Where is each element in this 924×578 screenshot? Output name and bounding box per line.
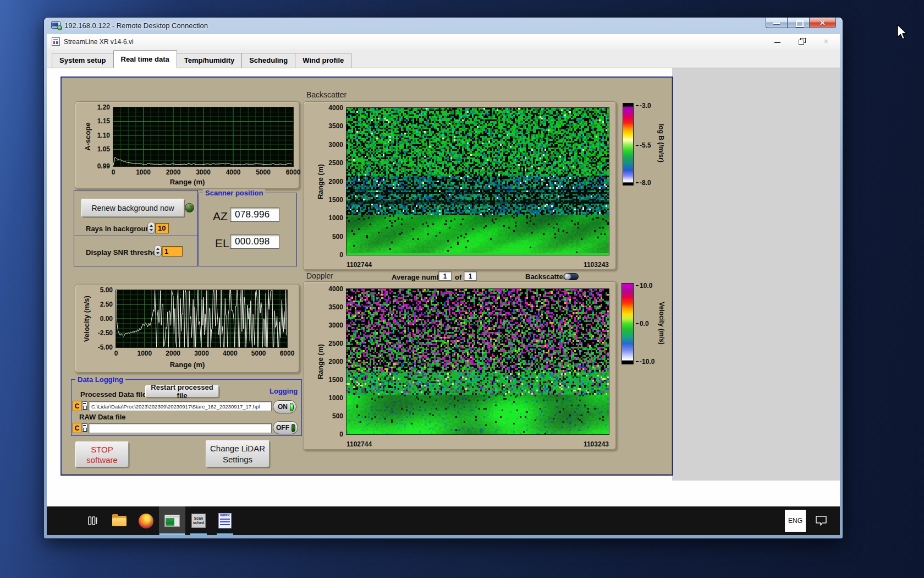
taskbar: Scansched WEEK ENG: [47, 506, 840, 535]
doppler-colorbar-tick-max: 10.0: [636, 282, 652, 290]
raw-logging-off-button[interactable]: OFF: [273, 421, 298, 434]
change-lidar-settings-button[interactable]: Change LiDAR Settings: [206, 440, 270, 467]
running-indicator: [217, 533, 233, 535]
y-tick-label: 0: [319, 430, 343, 438]
rays-value-field[interactable]: 10: [155, 223, 169, 233]
mouse-cursor: [897, 24, 909, 43]
snr-value-field[interactable]: 1: [162, 246, 183, 257]
stop-software-button[interactable]: STOP software: [75, 441, 129, 467]
x-tick-label: 6000: [281, 168, 305, 176]
doppler-colorbar: [622, 283, 634, 364]
app-titlebar[interactable]: StreamLine XR v14-6.vi ×: [47, 34, 840, 50]
off-label: OFF: [276, 424, 289, 432]
y-tick-label: 1500: [319, 376, 343, 384]
front-panel-area: A-scope Range (m) 1.201.151.101.050.9901…: [47, 68, 840, 535]
rdp-restore-button[interactable]: [788, 18, 810, 28]
y-tick-label: 3000: [319, 141, 343, 149]
doppler-time-end: 1103243: [565, 440, 609, 448]
streamline-app-icon: [164, 515, 180, 527]
rays-increment-decrement[interactable]: [147, 222, 155, 234]
x-tick-label: 2000: [161, 168, 185, 176]
backscatter-colorbar-tick-max: -3.0: [636, 102, 651, 110]
processed-data-file-label: Processed Data file: [80, 390, 146, 399]
x-tick-label: 5000: [251, 168, 276, 176]
y-tick-label: 3500: [319, 122, 343, 130]
doppler-graph-frame: Range (m) 1102744 1103243 40003500300025…: [303, 281, 617, 450]
tab-scheduling[interactable]: Scheduling: [241, 53, 295, 68]
x-tick-label: 4000: [218, 350, 242, 357]
remote-desktop-icon: [51, 21, 62, 30]
y-tick-label: 1000: [319, 214, 343, 222]
y-tick-label: 500: [319, 233, 343, 241]
x-tick-label: 3000: [191, 168, 216, 176]
running-indicator: [190, 533, 207, 535]
data-logging-title: Data Logging: [75, 375, 125, 384]
action-center-icon[interactable]: [815, 515, 828, 527]
processed-drive-selector[interactable]: C: [73, 401, 81, 411]
tab-system-setup[interactable]: System setup: [52, 53, 114, 68]
snr-increment-decrement[interactable]: [154, 245, 162, 257]
tab-real-time-data[interactable]: Real time data: [113, 50, 177, 68]
ascope-x-axis-label: Range (m): [75, 178, 299, 186]
y-tick-label: 3000: [319, 321, 343, 329]
backscatter-colorbar-label: log B (/m/sr): [657, 124, 665, 162]
average-number-field[interactable]: 1: [438, 271, 452, 281]
x-tick-label: 3000: [190, 350, 214, 357]
velocity-graph-frame: Velocity (m/s) Range (m) 5.002.500.00-2.…: [75, 284, 300, 373]
tab-wind-profile[interactable]: Wind profile: [295, 53, 351, 68]
velocity-plot: [116, 290, 287, 347]
doppler-colorbar-tick-min: -10.0: [636, 358, 654, 366]
restore-icon: [796, 20, 804, 27]
panel-outside-area: [672, 68, 840, 481]
path-type-icon: [82, 423, 87, 432]
tab-temp-humidity[interactable]: Temp/humidity: [177, 53, 242, 68]
y-tick-label: 1.15: [86, 117, 110, 125]
y-tick-label: 1.10: [86, 132, 110, 139]
y-tick-label: 5.00: [89, 286, 113, 294]
firefox-button[interactable]: [133, 506, 159, 535]
processed-path-field[interactable]: C:\Lidar\Data\Proc\2023\202309\20230917\…: [89, 401, 272, 411]
y-tick-label: 2000: [319, 178, 343, 186]
data-logging-group: Data Logging Processed Data file Restart…: [71, 379, 302, 436]
minimize-icon: [773, 23, 780, 24]
x-tick-label: 2000: [161, 350, 185, 357]
scanner-position-group: Scanner position AZ 078.996 EL 000.098: [199, 193, 297, 266]
app-minimize-button[interactable]: [774, 37, 782, 45]
desktop: 192.168.0.122 - Remote Desktop Connectio…: [0, 0, 924, 578]
doppler-colorbar-label: Velocity (m/s): [658, 302, 666, 344]
processed-logging-on-button[interactable]: ON: [273, 400, 296, 413]
rdp-minimize-button[interactable]: [766, 18, 788, 28]
stop-line1: STOP: [91, 444, 113, 455]
x-tick-label: 0: [104, 350, 128, 357]
task-view-button[interactable]: [80, 506, 106, 535]
raw-path-field[interactable]: [89, 423, 272, 433]
average-of-field[interactable]: 1: [464, 271, 477, 281]
week-notes-button[interactable]: WEEK: [212, 506, 238, 535]
rdp-window-title: 192.168.0.122 - Remote Desktop Connectio…: [64, 21, 208, 30]
x-tick-label: 5000: [246, 350, 271, 357]
labview-vi-icon: [52, 37, 60, 46]
rdp-titlebar[interactable]: 192.168.0.122 - Remote Desktop Connectio…: [44, 18, 843, 34]
y-tick-label: 3500: [319, 303, 343, 311]
y-tick-label: 2000: [319, 358, 343, 366]
x-tick-label: 6000: [275, 350, 299, 357]
doppler-heatmap: [346, 289, 609, 434]
raw-drive-selector[interactable]: C: [73, 423, 81, 433]
streamline-app-button[interactable]: [159, 506, 185, 535]
el-label: EL: [215, 237, 229, 250]
snr-threshold-label: Display SNR threshold: [86, 248, 163, 257]
restart-processed-file-button[interactable]: Restart processed file: [145, 385, 219, 397]
app-close-button[interactable]: ×: [822, 37, 830, 45]
y-tick-label: 1.20: [86, 103, 110, 111]
backscatter-doppler-toggle[interactable]: [564, 273, 579, 280]
scan-scheduler-button[interactable]: Scansched: [185, 506, 212, 535]
app-restore-button[interactable]: [798, 37, 806, 45]
tab-bar: System setup Real time data Temp/humidit…: [47, 50, 840, 68]
language-indicator[interactable]: ENG: [785, 510, 806, 532]
el-value: 000.098: [230, 235, 279, 249]
rdp-close-button[interactable]: ✕: [810, 18, 836, 28]
renew-background-button[interactable]: Renew background now: [81, 199, 184, 217]
file-explorer-button[interactable]: [106, 506, 133, 535]
of-label: of: [455, 273, 461, 281]
app-title: StreamLine XR v14-6.vi: [64, 38, 134, 46]
